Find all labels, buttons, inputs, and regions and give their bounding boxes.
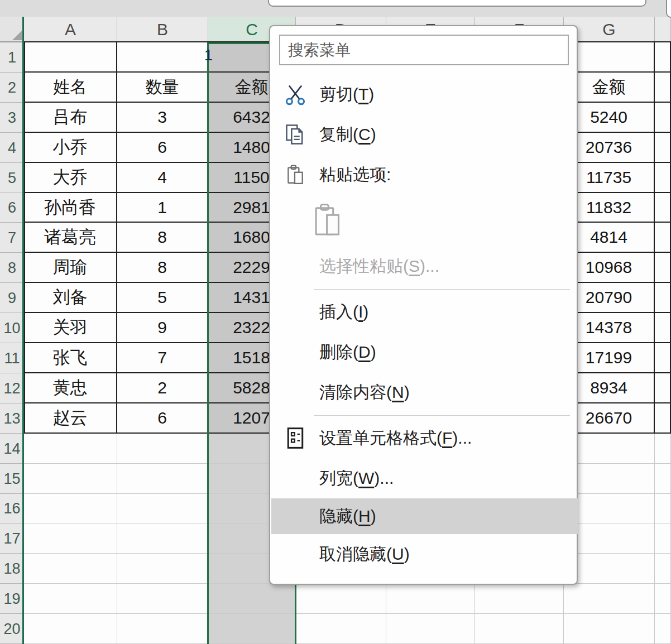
cell[interactable] [655, 283, 671, 313]
cell[interactable] [24, 523, 117, 554]
row-header-17[interactable]: 17 [0, 523, 24, 554]
cell[interactable] [655, 253, 671, 283]
cell-B4[interactable]: 6 [117, 133, 208, 163]
cell[interactable] [117, 584, 208, 614]
cell[interactable] [117, 523, 208, 554]
cell[interactable] [564, 584, 655, 614]
cell[interactable] [564, 614, 655, 644]
cell[interactable] [117, 464, 208, 494]
cell[interactable] [655, 133, 671, 163]
row-header-1[interactable]: 1 [0, 42, 24, 73]
row-header-7[interactable]: 7 [0, 223, 24, 253]
cell[interactable] [655, 373, 671, 403]
cell[interactable] [24, 494, 117, 523]
column-header-partial[interactable] [655, 17, 671, 42]
menu-item-clear-contents[interactable]: 清除内容(N) [271, 372, 578, 412]
menu-item-insert[interactable]: 插入(I) [271, 292, 578, 332]
cell-A11[interactable]: 张飞 [24, 343, 117, 373]
cell-A3[interactable]: 吕布 [24, 103, 117, 133]
cell[interactable] [655, 193, 671, 223]
cell[interactable] [655, 403, 671, 434]
cell-B5[interactable]: 4 [117, 163, 208, 193]
row-header-19[interactable]: 19 [0, 584, 24, 614]
cell[interactable] [24, 554, 117, 584]
cell-B3[interactable]: 3 [117, 103, 208, 133]
cell-B6[interactable]: 1 [117, 193, 208, 223]
cell[interactable] [24, 584, 117, 614]
cell-A13[interactable]: 赵云 [24, 403, 117, 434]
cell[interactable] [655, 523, 671, 554]
cell-B8[interactable]: 8 [117, 253, 208, 283]
cell-B2[interactable]: 数量 [117, 73, 208, 103]
cell-A8[interactable]: 周瑜 [24, 253, 117, 283]
row-header-3[interactable]: 3 [0, 103, 24, 133]
cell[interactable] [117, 494, 208, 523]
cell[interactable] [208, 614, 296, 644]
cell[interactable] [475, 584, 564, 614]
cell-A5[interactable]: 大乔 [24, 163, 117, 193]
row-header-20[interactable]: 20 [0, 614, 24, 644]
cell[interactable] [24, 434, 117, 464]
cell[interactable] [386, 614, 475, 644]
cell-A7[interactable]: 诸葛亮 [24, 223, 117, 253]
cell[interactable] [117, 554, 208, 584]
cell[interactable] [655, 42, 671, 73]
cell[interactable] [117, 614, 208, 644]
menu-item-paste-special[interactable]: 选择性粘贴(S)... [271, 246, 578, 286]
cell[interactable] [296, 614, 386, 644]
cell-B10[interactable]: 9 [117, 313, 208, 343]
menu-item-format-cells[interactable]: 设置单元格格式(F)... [271, 418, 578, 458]
row-header-8[interactable]: 8 [0, 253, 24, 283]
select-all-button[interactable] [0, 17, 24, 42]
cell-B7[interactable]: 8 [117, 223, 208, 253]
cell[interactable] [655, 614, 671, 644]
row-header-5[interactable]: 5 [0, 163, 24, 193]
cell[interactable] [24, 614, 117, 644]
row-header-15[interactable]: 15 [0, 464, 24, 494]
cell[interactable] [655, 494, 671, 523]
cell[interactable] [475, 614, 564, 644]
cell[interactable] [655, 73, 671, 103]
cell-A12[interactable]: 黄忠 [24, 373, 117, 403]
menu-item-copy[interactable]: 复制(C) [271, 114, 578, 155]
cell[interactable] [208, 584, 296, 614]
cell[interactable] [655, 343, 671, 373]
cell[interactable] [296, 584, 386, 614]
cell[interactable] [386, 584, 475, 614]
row-header-11[interactable]: 11 [0, 343, 24, 373]
menu-item-column-width[interactable]: 列宽(W)... [271, 458, 578, 498]
row-header-6[interactable]: 6 [0, 193, 24, 223]
cell-A4[interactable]: 小乔 [24, 133, 117, 163]
row-header-12[interactable]: 12 [0, 373, 24, 403]
column-header-A[interactable]: A [24, 17, 117, 42]
cell-A9[interactable]: 刘备 [24, 283, 117, 313]
cell[interactable] [117, 42, 208, 73]
cell-B11[interactable]: 7 [117, 343, 208, 373]
row-header-2[interactable]: 2 [0, 73, 24, 103]
cell[interactable] [655, 464, 671, 494]
row-header-14[interactable]: 14 [0, 434, 24, 464]
cell-A6[interactable]: 孙尚香 [24, 193, 117, 223]
row-header-4[interactable]: 4 [0, 133, 24, 163]
cell-B13[interactable]: 6 [117, 403, 208, 434]
cell[interactable] [655, 103, 671, 133]
row-header-18[interactable]: 18 [0, 554, 24, 584]
cell[interactable] [655, 434, 671, 464]
cell-A10[interactable]: 关羽 [24, 313, 117, 343]
row-header-13[interactable]: 13 [0, 403, 24, 434]
menu-search-input[interactable]: 搜索菜单 [279, 35, 569, 65]
cell[interactable] [117, 434, 208, 464]
row-header-10[interactable]: 10 [0, 313, 24, 343]
cell[interactable] [655, 163, 671, 193]
cell[interactable] [655, 584, 671, 614]
menu-item-paste-options[interactable]: 粘贴选项: [271, 155, 578, 195]
cell[interactable] [655, 554, 671, 584]
cell-A2[interactable]: 姓名 [24, 73, 117, 103]
cell[interactable] [655, 313, 671, 343]
cell[interactable] [24, 464, 117, 494]
cell[interactable] [655, 223, 671, 253]
menu-item-delete[interactable]: 删除(D) [271, 332, 578, 372]
row-header-9[interactable]: 9 [0, 283, 24, 313]
cell[interactable] [24, 42, 117, 73]
cell-B12[interactable]: 2 [117, 373, 208, 403]
